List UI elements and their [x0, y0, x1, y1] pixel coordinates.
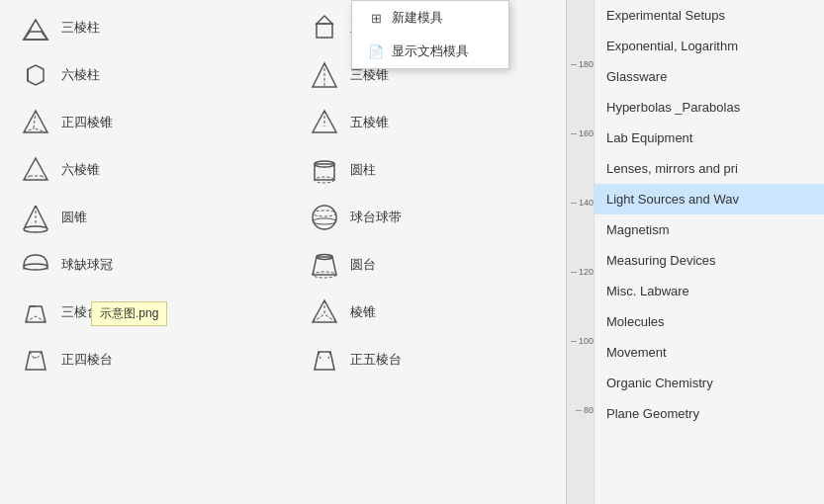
- category-item[interactable]: Plane Geometry: [595, 398, 824, 429]
- ruler-tick-160: 160: [571, 128, 594, 138]
- ruler-tick-80: 80: [576, 405, 594, 415]
- svg-marker-43: [26, 352, 46, 370]
- category-item[interactable]: Exponential, Logarithm: [595, 31, 824, 61]
- svg-point-24: [24, 226, 47, 232]
- svg-point-26: [313, 206, 336, 229]
- shape-label: 六棱锥: [61, 161, 100, 179]
- shape-label: 六棱柱: [61, 66, 100, 84]
- shape-label: 正五棱台: [350, 351, 402, 369]
- category-item[interactable]: Experimental Setups: [595, 0, 824, 31]
- category-item[interactable]: Magnetism: [595, 214, 824, 245]
- category-item[interactable]: Molecules: [595, 306, 824, 337]
- shape-icon-hex-prism: [18, 57, 53, 93]
- category-item[interactable]: Lenses, mirrors and pri: [595, 153, 824, 184]
- svg-point-29: [24, 264, 47, 270]
- menu-item-new-stencil[interactable]: ⊞ 新建模具: [352, 1, 508, 35]
- svg-line-49: [328, 352, 330, 359]
- shape-label: 圆台: [350, 256, 376, 274]
- list-item[interactable]: 五棱锥: [297, 99, 586, 146]
- list-item[interactable]: 三棱柱: [8, 4, 297, 51]
- shape-label: 棱锥: [350, 303, 376, 321]
- menu-item-label: 显示文档模具: [392, 42, 469, 60]
- svg-line-2: [30, 20, 36, 32]
- ruler-tick-120: 120: [571, 267, 594, 277]
- list-item[interactable]: 球台球带: [297, 194, 586, 241]
- shape-label: 圆锥: [61, 209, 87, 226]
- shape-icon-pyramid: [307, 294, 342, 330]
- list-item[interactable]: 正四棱锥: [8, 99, 297, 146]
- category-item[interactable]: Movement: [595, 337, 824, 368]
- svg-marker-35: [26, 306, 46, 322]
- svg-point-27: [313, 210, 336, 216]
- list-item[interactable]: 正五棱台: [297, 336, 586, 383]
- shape-icon-sq-frustum: [18, 342, 53, 378]
- doc-icon: 📄: [368, 43, 384, 59]
- category-item[interactable]: Light Sources and Wav: [595, 184, 824, 214]
- tooltip-text: 示意图.png: [100, 306, 158, 320]
- list-item[interactable]: 圆锥: [8, 194, 297, 241]
- shape-icon-triangular-pyramid: [307, 57, 342, 93]
- shape-icon-hex-pyramid: [18, 152, 53, 188]
- shape-icon-sphere-band: [307, 200, 342, 235]
- category-item[interactable]: Measuring Devices: [595, 245, 824, 276]
- category-item[interactable]: Glassware: [595, 61, 824, 92]
- menu-item-label: 新建模具: [392, 9, 443, 27]
- table-icon: ⊞: [368, 10, 384, 26]
- shape-label: 五棱锥: [350, 114, 389, 131]
- shape-icon-pentagonal-prism: [307, 10, 342, 45]
- svg-marker-0: [24, 20, 47, 40]
- svg-line-45: [38, 352, 42, 358]
- ruler-tick-100: 100: [571, 336, 594, 346]
- list-item[interactable]: 六棱柱: [8, 51, 297, 99]
- category-panel[interactable]: Experimental SetupsExponential, Logarith…: [594, 0, 824, 504]
- shape-icon-frustum-cone: [307, 247, 342, 283]
- svg-marker-15: [24, 158, 47, 180]
- shape-icon-cone: [18, 200, 53, 235]
- tooltip: 示意图.png: [91, 301, 167, 326]
- svg-marker-47: [315, 352, 334, 370]
- ruler: 180 160 140 120 100 80: [566, 0, 594, 504]
- dropdown-menu: ⊞ 新建模具 📄 显示文档模具: [351, 0, 509, 69]
- list-item[interactable]: 六棱锥: [8, 146, 297, 194]
- list-item[interactable]: 球缺球冠: [8, 241, 297, 289]
- svg-rect-3: [317, 24, 332, 38]
- shape-icon-tri-frustum: [18, 294, 53, 330]
- shape-label: 球台球带: [350, 209, 402, 226]
- shape-icon-penta-pyramid: [307, 105, 342, 140]
- shape-icon-triangular-prism: [18, 10, 53, 45]
- shape-label: 正四棱台: [61, 351, 113, 369]
- category-item[interactable]: Lab Equipment: [595, 123, 824, 153]
- ruler-tick-140: 140: [571, 198, 594, 208]
- category-item[interactable]: Organic Chemistry: [595, 368, 824, 398]
- list-item[interactable]: 正四棱台: [8, 336, 297, 383]
- menu-item-show-doc-stencil[interactable]: 📄 显示文档模具: [352, 35, 508, 68]
- ruler-tick-180: 180: [571, 59, 594, 69]
- svg-marker-4: [317, 16, 332, 24]
- shape-label: 正四棱锥: [61, 114, 113, 131]
- shape-label: 圆柱: [350, 161, 376, 179]
- list-item[interactable]: 棱锥: [297, 289, 586, 336]
- list-item[interactable]: 圆台: [297, 241, 586, 289]
- shape-icon-penta-frustum: [307, 342, 342, 378]
- shape-icon-sphere-cap: [18, 247, 53, 283]
- shape-icon-cylinder: [307, 152, 342, 188]
- shape-icon-square-pyramid: [18, 105, 53, 140]
- svg-marker-5: [28, 65, 44, 85]
- category-item[interactable]: Misc. Labware: [595, 276, 824, 306]
- shape-label: 三棱柱: [61, 19, 100, 37]
- shape-grid-area: 三棱柱 五棱柱 六棱柱 三棱锥 正四棱锥: [0, 0, 594, 504]
- svg-line-48: [319, 352, 320, 359]
- shape-label: 球缺球冠: [61, 256, 113, 274]
- svg-point-28: [313, 218, 336, 224]
- list-item[interactable]: 圆柱: [297, 146, 586, 194]
- svg-line-44: [30, 352, 34, 358]
- category-item[interactable]: Hyperbolas _Parabolas: [595, 92, 824, 123]
